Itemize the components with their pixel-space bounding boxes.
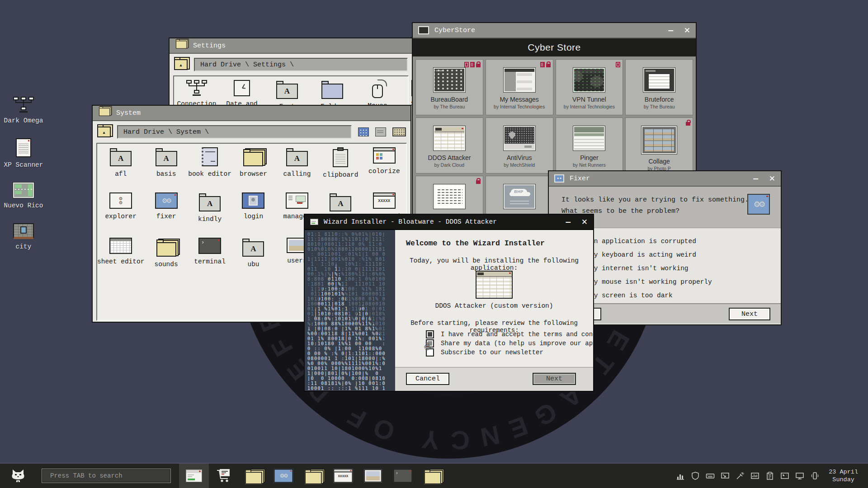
clipboard-icon[interactable] (765, 471, 775, 481)
settings-address-bar[interactable]: Hard Drive \ Settings \ (194, 58, 408, 71)
taskbar-app-file-folders-3[interactable] (418, 464, 448, 488)
close-button[interactable]: ✕ (684, 27, 690, 34)
fixer-icon (274, 469, 293, 483)
fixer-option[interactable]: My mouse isn't working properly (576, 275, 781, 289)
wizard-titlebar[interactable]: Wizard Installer - Bloatware - DDOS Atta… (305, 215, 593, 230)
system-address-bar[interactable]: Hard Drive \ System \ (117, 125, 352, 139)
wizard-heading: Welcome to the Wizard Installer (406, 239, 545, 248)
desktop-icon-dark-omega[interactable]: Dark Omega (4, 97, 43, 124)
file-icon (234, 80, 250, 96)
store-app-card[interactable]: AntiVirus by MechShield (486, 117, 553, 174)
fixer-option[interactable]: My keyboard is acting weird (576, 248, 781, 262)
requirement-row[interactable]: I have read and accept the terms and con… (426, 330, 594, 338)
app-name: VPN Tunnel (572, 96, 606, 103)
minimize-button[interactable]: − (753, 175, 759, 183)
requirement-label: Subscribe to our newsletter (441, 349, 543, 356)
requirement-checkbox[interactable] (426, 330, 434, 338)
requirement-row[interactable]: Subscribe to our newsletter (426, 348, 543, 357)
taskbar-app-file-folders-2[interactable] (298, 464, 328, 488)
taskbar-app-terminal[interactable] (388, 464, 418, 488)
badge-row (476, 178, 481, 184)
desktop-icon-nuevo-rico[interactable]: Nuevo Rico (4, 183, 43, 209)
file-label: fixer (156, 213, 176, 220)
system-titlebar[interactable]: System (93, 106, 410, 121)
app-thumbnail (574, 127, 604, 150)
store-app-card[interactable]: DDOS Attacker by Dark Cloud (415, 117, 483, 174)
system-item[interactable]: clipboard (319, 146, 362, 192)
desktop-icon-city[interactable]: city (13, 223, 34, 250)
screen-share-icon[interactable] (795, 471, 805, 481)
fixer-option[interactable]: My screen is too dark (576, 289, 781, 302)
folder-up-icon[interactable] (174, 59, 188, 70)
system-item[interactable]: calling (275, 146, 319, 192)
store-app-card[interactable]: Collage by Photo P (625, 117, 693, 174)
system-item[interactable]: afl (97, 146, 144, 192)
system-item[interactable]: basis (144, 146, 188, 192)
system-item[interactable]: login (231, 192, 275, 237)
file-icon (286, 151, 308, 166)
close-button[interactable]: ✕ (769, 175, 775, 183)
requirement-row[interactable]: Share my data (to help us improve our ap… (426, 339, 594, 347)
phone-vibrate-icon[interactable] (810, 471, 820, 481)
app-name: BureauBoard (431, 96, 468, 103)
grid-view-button[interactable] (358, 127, 369, 136)
app-author: by Internal Technologies (494, 104, 545, 109)
search-input[interactable] (42, 469, 171, 483)
system-item[interactable]: kindly (188, 192, 231, 237)
next-button[interactable]: Next (729, 308, 770, 320)
system-item[interactable]: book editor (188, 146, 231, 192)
world-map-icon[interactable] (780, 471, 790, 481)
fixer-option[interactable]: An application is corrupted (576, 235, 781, 248)
keyboard-icon[interactable] (392, 127, 406, 136)
taskbar-app-password[interactable] (328, 464, 358, 488)
badge-row (464, 62, 481, 67)
system-item[interactable]: terminal (188, 237, 231, 282)
bar-chart-icon[interactable] (675, 471, 685, 481)
close-button[interactable]: ✕ (581, 218, 588, 226)
cyberstore-titlebar[interactable]: CyberStore − ✕ (413, 23, 696, 38)
desktop-icon-xp-scanner[interactable]: XP Scanner (4, 138, 43, 169)
app-author: by Net Runners (573, 162, 606, 168)
system-item[interactable]: browser (231, 146, 275, 192)
wizard-installer-window: Wizard Installer - Bloatware - DDOS Atta… (304, 214, 594, 392)
screensaver-icon[interactable] (720, 471, 730, 481)
shield-icon[interactable] (690, 471, 700, 481)
cat-logo[interactable] (10, 469, 26, 483)
store-app-card[interactable]: Pinger by Net Runners (556, 117, 623, 174)
app-name: My Messages (500, 96, 538, 103)
system-item[interactable]: sheet editor (97, 237, 144, 282)
store-app-card[interactable]: VPN Tunnel by Internal Technologies (556, 59, 623, 115)
file-label: clipboard (323, 171, 358, 178)
taskbar-app-file-folders[interactable] (239, 464, 269, 488)
system-item[interactable]: fixer (144, 192, 188, 237)
keyboard-icon[interactable] (705, 471, 715, 481)
taskbar-app-cyber-store[interactable] (209, 464, 239, 488)
system-item[interactable]: explorer (97, 192, 144, 237)
taskbar-app-image-viewer[interactable] (358, 464, 388, 488)
system-item[interactable]: sounds (144, 237, 188, 282)
list-view-button[interactable] (375, 127, 386, 136)
app-name: DDOS Attacker (428, 154, 471, 161)
settings-titlebar[interactable]: Settings (170, 38, 412, 54)
taskbar-app-fixer[interactable] (269, 464, 298, 488)
minimize-button[interactable]: − (565, 218, 571, 226)
injector-icon[interactable] (735, 471, 745, 481)
taskbar-app-wizard-installer[interactable] (179, 464, 209, 488)
folder-up-icon[interactable] (97, 127, 111, 137)
system-item[interactable]: colorize (363, 146, 406, 192)
date-line: 23 April (829, 468, 858, 476)
desktop-icon-label: city (16, 243, 32, 250)
activity-monitor-icon[interactable] (750, 471, 760, 481)
fixer-titlebar[interactable]: ✦✦ Fixer − ✕ (549, 171, 781, 187)
minimize-button[interactable]: − (668, 27, 674, 34)
store-app-card[interactable]: My Messages by Internal Technologies (486, 59, 553, 115)
file-label: kindly (198, 216, 222, 223)
system-item[interactable]: ubu (231, 237, 275, 282)
file-icon (372, 84, 383, 98)
cancel-button[interactable]: Cancel (406, 373, 449, 385)
store-app-card[interactable]: BureauBoard by The Bureau (415, 59, 483, 115)
taskbar-clock[interactable]: 23 April Sunday (829, 468, 858, 483)
fixer-option[interactable]: My internet isn't working (576, 262, 781, 275)
store-app-card[interactable]: Bruteforce by The Bureau (625, 59, 693, 115)
next-button[interactable]: Next (533, 373, 576, 385)
